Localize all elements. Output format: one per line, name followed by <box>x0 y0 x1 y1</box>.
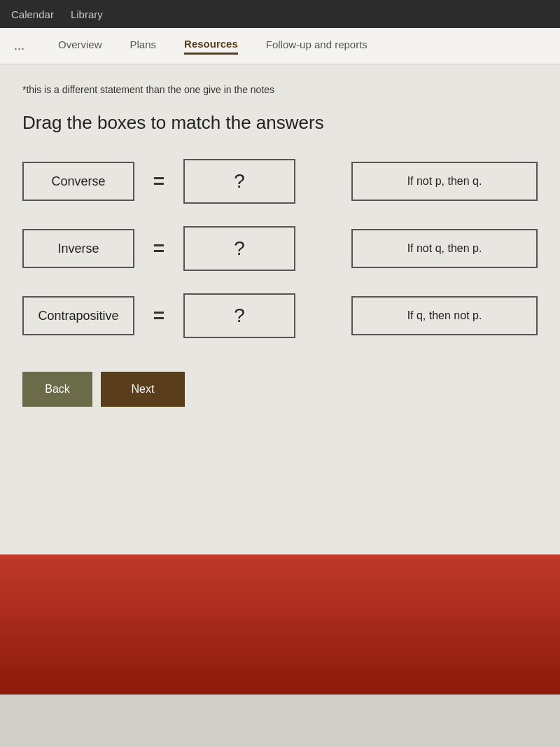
tab-followup[interactable]: Follow-up and reports <box>266 39 368 53</box>
next-button[interactable]: Next <box>101 372 185 407</box>
option-contrapositive[interactable]: If q, then not p. <box>351 296 538 335</box>
instruction-text: Drag the boxes to match the answers <box>22 112 538 134</box>
main-content: *this is a different statement than the … <box>0 64 560 554</box>
equals-converse: = <box>148 170 169 193</box>
answer-box-contrapositive[interactable]: ? <box>183 293 295 338</box>
match-row-inverse: Inverse = ? If not q, then p. <box>22 226 538 271</box>
match-row-contrapositive: Contrapositive = ? If q, then not p. <box>22 293 538 338</box>
matching-container: Converse = ? If not p, then q. Inverse =… <box>22 159 538 338</box>
top-nav: Calendar Library <box>0 0 560 28</box>
answer-box-converse[interactable]: ? <box>183 159 295 204</box>
option-converse[interactable]: If not p, then q. <box>351 162 538 201</box>
equals-contrapositive: = <box>148 305 169 327</box>
tab-plans[interactable]: Plans <box>130 39 157 53</box>
tab-overview[interactable]: Overview <box>58 39 102 53</box>
tab-resources[interactable]: Resources <box>184 38 238 55</box>
button-row: Back Next <box>22 372 538 407</box>
label-inverse: Inverse <box>22 229 134 268</box>
equals-inverse: = <box>148 237 169 260</box>
answer-box-inverse[interactable]: ? <box>183 226 295 271</box>
nav-library[interactable]: Library <box>71 8 103 20</box>
nav-ellipsis: ... <box>14 39 24 53</box>
back-button[interactable]: Back <box>22 372 92 407</box>
bottom-decorative-area <box>0 554 560 694</box>
match-row-converse: Converse = ? If not p, then q. <box>22 159 538 204</box>
option-inverse[interactable]: If not q, then p. <box>351 229 538 268</box>
nav-calendar[interactable]: Calendar <box>11 8 54 20</box>
label-converse: Converse <box>22 162 134 201</box>
note-text: *this is a different statement than the … <box>22 84 538 95</box>
secondary-nav: ... Overview Plans Resources Follow-up a… <box>0 28 560 64</box>
label-contrapositive: Contrapositive <box>22 296 134 335</box>
